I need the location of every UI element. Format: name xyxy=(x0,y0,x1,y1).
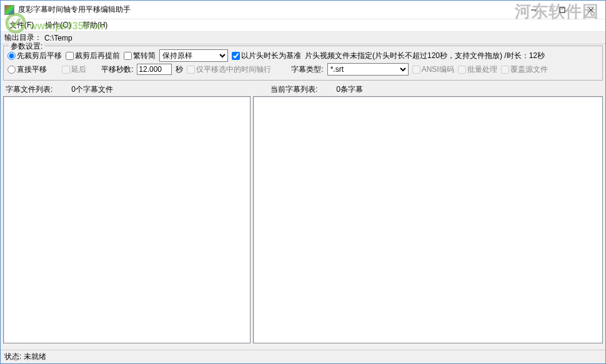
subtitle-type-label: 字幕类型: xyxy=(291,64,323,75)
checkbox-overwrite[interactable]: 覆盖源文件 xyxy=(501,64,548,75)
keep-mode-select[interactable]: 保持原样 xyxy=(159,49,228,62)
checkbox-delay-input[interactable] xyxy=(62,66,70,74)
checkbox-only-selected-input[interactable] xyxy=(187,66,195,74)
minimize-button[interactable] xyxy=(519,1,548,19)
radio-crop-then-shift[interactable]: 先裁剪后平移 xyxy=(7,51,62,61)
output-row: 输出目录： C:\Temp xyxy=(1,32,605,44)
checkbox-batch-label: 批量处理 xyxy=(467,64,497,75)
radio-crop-then-shift-label: 先裁剪后平移 xyxy=(17,51,62,61)
checkbox-delay-label: 延后 xyxy=(71,64,86,75)
menu-file[interactable]: 文件(F) xyxy=(4,19,39,32)
checkbox-fan-to-simp-input[interactable] xyxy=(124,52,132,60)
checkbox-only-selected-label: 仅平移选中的时间轴行 xyxy=(196,64,271,75)
checkbox-crop-then-advance-label: 裁剪后再提前 xyxy=(75,51,120,61)
current-subtitle-list[interactable] xyxy=(253,96,603,343)
params-fieldset: 参数设置: 先裁剪后平移 裁剪后再提前 繁转简 保持原样 以片头时长为基准 片头… xyxy=(3,46,603,81)
seconds-unit: 秒 xyxy=(176,64,183,75)
checkbox-ansi-label: ANSI编码 xyxy=(422,64,454,75)
menu-operate[interactable]: 操作(O) xyxy=(40,19,76,32)
checkbox-delay[interactable]: 延后 xyxy=(62,64,86,75)
radio-crop-then-shift-input[interactable] xyxy=(7,52,16,60)
subtitle-type-select[interactable]: *.srt xyxy=(327,63,409,76)
checkbox-crop-then-advance[interactable]: 裁剪后再提前 xyxy=(66,51,120,61)
checkbox-batch-input[interactable] xyxy=(458,66,466,74)
checkbox-base-head-duration-label: 以片头时长为基准 xyxy=(241,51,301,61)
current-list-label: 当前字幕列表: xyxy=(271,84,317,95)
menu-help[interactable]: 帮助(H) xyxy=(77,19,113,32)
menubar: 文件(F) 操作(O) 帮助(H) xyxy=(1,19,605,32)
titlebar: 度彩字幕时间轴专用平移编辑助手 xyxy=(1,1,605,19)
output-dir-path: C:\Temp xyxy=(44,34,72,42)
statusbar: 状态: 未就绪 xyxy=(1,350,605,363)
status-text: 未就绪 xyxy=(24,352,46,362)
radio-direct-shift[interactable]: 直接平移 xyxy=(7,64,47,75)
checkbox-overwrite-input[interactable] xyxy=(501,66,509,74)
checkbox-overwrite-label: 覆盖源文件 xyxy=(510,64,548,75)
radio-direct-shift-label: 直接平移 xyxy=(17,64,47,75)
file-count: 0个字幕文件 xyxy=(71,84,113,95)
close-button[interactable] xyxy=(577,1,605,19)
checkbox-ansi[interactable]: ANSI编码 xyxy=(412,64,454,75)
checkbox-ansi-input[interactable] xyxy=(412,66,420,74)
checkbox-base-head-duration[interactable]: 以片头时长为基准 xyxy=(232,51,301,61)
shift-seconds-label: 平移秒数: xyxy=(101,64,133,75)
svg-rect-3 xyxy=(560,7,565,12)
head-video-info: 片头视频文件未指定(片头时长不超过120秒，支持文件拖放) /时长：12秒 xyxy=(305,51,545,61)
checkbox-crop-then-advance-input[interactable] xyxy=(66,52,74,60)
checkbox-batch[interactable]: 批量处理 xyxy=(458,64,497,75)
checkbox-base-head-duration-input[interactable] xyxy=(232,52,240,60)
checkbox-fan-to-simp[interactable]: 繁转简 xyxy=(124,51,156,61)
maximize-button[interactable] xyxy=(548,1,577,19)
params-legend: 参数设置: xyxy=(9,41,44,52)
shift-seconds-input[interactable] xyxy=(137,64,172,75)
panes xyxy=(1,96,605,343)
radio-direct-shift-input[interactable] xyxy=(7,66,16,74)
app-icon xyxy=(4,5,14,15)
checkbox-only-selected[interactable]: 仅平移选中的时间轴行 xyxy=(187,64,271,75)
line-count: 0条字幕 xyxy=(336,84,363,95)
file-list-label: 字幕文件列表: xyxy=(6,84,52,95)
subtitle-file-list[interactable] xyxy=(3,96,251,343)
status-label: 状态: xyxy=(4,352,21,362)
window-title: 度彩字幕时间轴专用平移编辑助手 xyxy=(18,4,519,15)
list-header-row: 字幕文件列表: 0个字幕文件 当前字幕列表: 0条字幕 xyxy=(1,82,605,96)
checkbox-fan-to-simp-label: 繁转简 xyxy=(133,51,156,61)
